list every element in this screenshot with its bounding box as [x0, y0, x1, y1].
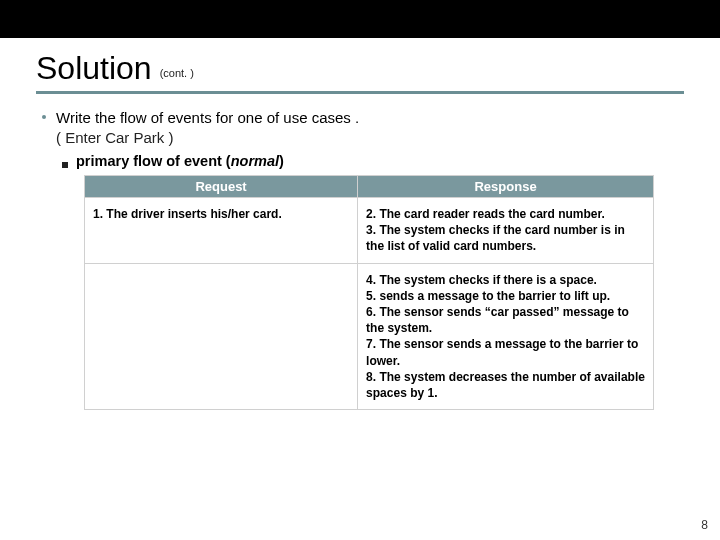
cell-response-0: 2. The card reader reads the card number… [358, 198, 654, 264]
title-row: Solution (cont. ) [36, 50, 684, 87]
cell-request-0: 1. The driver inserts his/her card. [85, 198, 358, 264]
sub-italic: normal [231, 153, 279, 169]
bullet-line1: Write the flow of events for one of use … [56, 108, 359, 128]
bullet-row: Write the flow of events for one of use … [42, 108, 684, 147]
cell-response-1: 4. The system checks if there is a space… [358, 263, 654, 410]
bullet-text: Write the flow of events for one of use … [56, 108, 359, 147]
flow-table: Request Response 1. The driver inserts h… [84, 175, 654, 410]
bullet-line2: ( Enter Car Park ) [56, 128, 359, 148]
cell-request-1 [85, 263, 358, 410]
square-bullet-icon [62, 162, 68, 168]
header-request: Request [85, 176, 358, 198]
sub-bullet-row: primary flow of event (normal) [62, 153, 684, 169]
page-title: Solution [36, 50, 152, 87]
title-suffix: (cont. ) [160, 67, 194, 79]
table-row: 4. The system checks if there is a space… [85, 263, 654, 410]
table-header-row: Request Response [85, 176, 654, 198]
bullet-dot-icon [42, 115, 46, 119]
sub-suffix: ) [279, 153, 284, 169]
top-black-bar [0, 0, 720, 38]
divider [36, 91, 684, 94]
sub-prefix: primary flow of event ( [76, 153, 231, 169]
header-response: Response [358, 176, 654, 198]
page-number: 8 [701, 518, 708, 532]
sub-bullet-text: primary flow of event (normal) [76, 153, 284, 169]
slide-content: Solution (cont. ) Write the flow of even… [0, 38, 720, 410]
table-row: 1. The driver inserts his/her card. 2. T… [85, 198, 654, 264]
